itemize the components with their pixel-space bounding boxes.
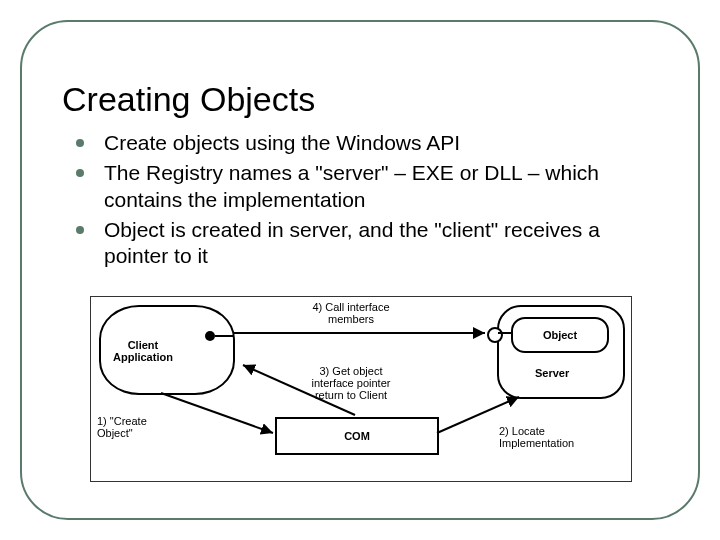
bullet-text: The Registry names a "server" – EXE or D… (104, 160, 650, 213)
list-item: The Registry names a "server" – EXE or D… (76, 160, 650, 213)
bullet-icon (76, 139, 84, 147)
bullet-icon (76, 226, 84, 234)
bullet-icon (76, 169, 84, 177)
list-item: Object is created in server, and the "cl… (76, 217, 650, 270)
svg-line-1 (243, 365, 355, 415)
bullet-text: Object is created in server, and the "cl… (104, 217, 650, 270)
bullet-text: Create objects using the Windows API (104, 130, 460, 156)
list-item: Create objects using the Windows API (76, 130, 650, 156)
diagram-arrows-icon (91, 297, 631, 481)
svg-line-3 (437, 397, 519, 433)
diagram: Client Application Object Server COM 4) … (90, 296, 632, 482)
bullet-list: Create objects using the Windows API The… (76, 130, 650, 273)
slide-title: Creating Objects (62, 80, 315, 119)
svg-line-2 (161, 393, 273, 433)
